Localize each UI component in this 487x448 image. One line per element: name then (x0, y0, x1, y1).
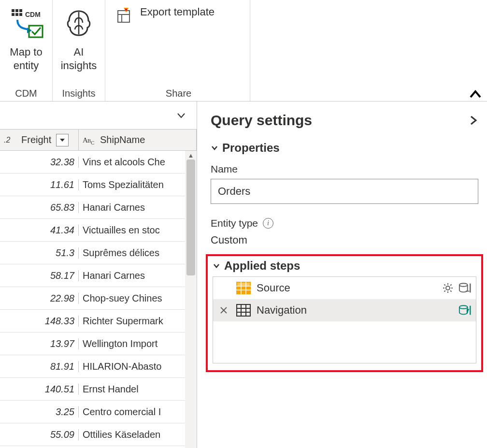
table-row[interactable]: 140.51Ernst Handel (0, 378, 197, 401)
ribbon-collapse-button[interactable] (469, 88, 482, 100)
delete-step-button[interactable] (217, 306, 230, 315)
scroll-up-icon[interactable]: ▲ (185, 151, 197, 159)
svg-text:CDM: CDM (25, 11, 41, 18)
cell-shipname: Victuailles en stoc (79, 225, 197, 236)
column-filter-button[interactable] (56, 134, 69, 146)
cell-freight: 140.51 (0, 384, 79, 395)
query-settings-pane: Query settings Properties Name Entity ty… (197, 101, 487, 448)
svg-rect-0 (12, 9, 14, 12)
cell-freight: 32.38 (0, 157, 79, 168)
cell-shipname: Richter Supermark (79, 316, 197, 327)
svg-rect-38 (237, 304, 250, 316)
table-row[interactable]: 32.38Vins et alcools Che (0, 151, 197, 173)
cell-freight: 81.91 (0, 361, 79, 372)
export-template-button[interactable]: Export template (114, 3, 215, 25)
svg-point-33 (459, 283, 468, 287)
properties-label: Properties (222, 141, 280, 155)
entity-type-label: Entity type (211, 217, 258, 229)
cell-freight: 41.34 (0, 225, 79, 236)
svg-rect-3 (12, 13, 14, 16)
cell-shipname: Toms Spezialitäten (79, 179, 197, 190)
cell-shipname: Hanari Carnes (79, 202, 197, 213)
svg-line-32 (450, 285, 451, 286)
brain-icon (59, 5, 98, 43)
column-name: ShipName (100, 134, 145, 145)
vertical-scrollbar[interactable]: ▲ (185, 151, 197, 448)
formula-expand-button[interactable] (173, 108, 189, 123)
table-rows: 32.38Vins et alcools Che11.61Toms Spezia… (0, 151, 197, 446)
svg-rect-2 (19, 9, 22, 12)
table-row[interactable]: 81.91HILARION-Abasto (0, 355, 197, 378)
chevron-down-icon (213, 262, 220, 270)
cell-freight: 148.33 (0, 316, 79, 327)
svg-point-43 (459, 305, 468, 309)
svg-rect-10 (118, 11, 129, 22)
database-icon[interactable] (458, 303, 472, 317)
cell-shipname: HILARION-Abasto (79, 361, 197, 372)
ai-insights-label: AIinsights (61, 45, 97, 72)
step-actions (458, 303, 472, 317)
table-row[interactable]: 58.17Hanari Carnes (0, 264, 197, 287)
table-row[interactable]: 22.98Chop-suey Chines (0, 287, 197, 310)
table-row[interactable]: 65.83Hanari Carnes (0, 196, 197, 219)
table-orange-icon (235, 281, 252, 295)
table-row[interactable]: 11.61Toms Spezialitäten (0, 173, 197, 196)
svg-line-30 (450, 290, 451, 291)
data-preview-pane: .2 Freight A B C ShipName 32.38Vins et a… (0, 101, 197, 448)
group-label-insights: Insights (62, 88, 96, 101)
applied-steps-label: Applied steps (224, 259, 300, 273)
cell-freight: 22.98 (0, 293, 79, 304)
table-row[interactable]: 41.34Victuailles en stoc (0, 219, 197, 242)
table-row[interactable]: 13.97Wellington Import (0, 332, 197, 355)
group-label-share: Share (166, 88, 191, 101)
query-name-input[interactable] (211, 179, 478, 204)
query-settings-header: Query settings (211, 112, 478, 129)
name-label: Name (211, 163, 478, 175)
cell-freight: 3.25 (0, 406, 79, 418)
info-icon[interactable]: i (263, 218, 273, 229)
cell-freight: 65.83 (0, 202, 79, 213)
table-row[interactable]: 51.3Suprêmes délices (0, 242, 197, 264)
properties-section-header[interactable]: Properties (211, 141, 478, 155)
group-label-cdm: CDM (15, 88, 37, 101)
cell-shipname: Chop-suey Chines (79, 293, 197, 304)
database-icon[interactable] (458, 281, 472, 295)
cell-shipname: Vins et alcools Che (79, 157, 197, 168)
entity-type-value: Custom (211, 234, 478, 246)
ai-insights-button[interactable]: AIinsights (59, 3, 98, 72)
svg-text:C: C (91, 140, 94, 145)
map-to-entity-button[interactable]: CDM Map toentity (7, 3, 45, 72)
cell-shipname: Suprêmes délices (79, 247, 197, 259)
column-header-freight[interactable]: .2 Freight (0, 130, 79, 150)
cell-shipname: Hanari Carnes (79, 270, 197, 281)
table-row[interactable]: 55.09Ottilies Käseladen (0, 423, 197, 446)
cell-shipname: Ernst Handel (79, 384, 197, 395)
cell-freight: 55.09 (0, 429, 79, 440)
applied-steps-list: SourceNavigation (213, 276, 476, 363)
text-type-icon: A B C (83, 135, 97, 145)
ribbon-group-share: Export template Share (105, 0, 250, 101)
scroll-track[interactable] (185, 159, 197, 448)
ribbon: CDM Map toentity CDM (0, 0, 487, 101)
applied-step[interactable]: Source (213, 277, 476, 299)
svg-rect-8 (29, 26, 43, 37)
table-row[interactable]: 3.25Centro comercial I (0, 401, 197, 423)
applied-step[interactable]: Navigation (213, 299, 476, 321)
step-name: Navigation (257, 304, 454, 317)
svg-rect-5 (19, 13, 22, 16)
chevron-down-icon (211, 144, 218, 152)
rows-wrapper: 32.38Vins et alcools Che11.61Toms Spezia… (0, 151, 197, 448)
table-row[interactable]: 148.33Richter Supermark (0, 310, 197, 332)
gear-icon[interactable] (441, 281, 455, 295)
svg-line-31 (444, 290, 445, 291)
export-template-icon (114, 6, 133, 25)
query-settings-expand-button[interactable] (469, 114, 478, 127)
svg-rect-19 (237, 283, 250, 286)
applied-steps-section-header[interactable]: Applied steps (213, 259, 476, 273)
svg-point-24 (446, 286, 450, 290)
column-header-shipname[interactable]: A B C ShipName (79, 130, 197, 150)
entity-type-label-row: Entity type i (211, 217, 478, 229)
scroll-thumb[interactable] (186, 159, 195, 275)
main-content: .2 Freight A B C ShipName 32.38Vins et a… (0, 101, 487, 448)
svg-rect-1 (15, 9, 18, 12)
